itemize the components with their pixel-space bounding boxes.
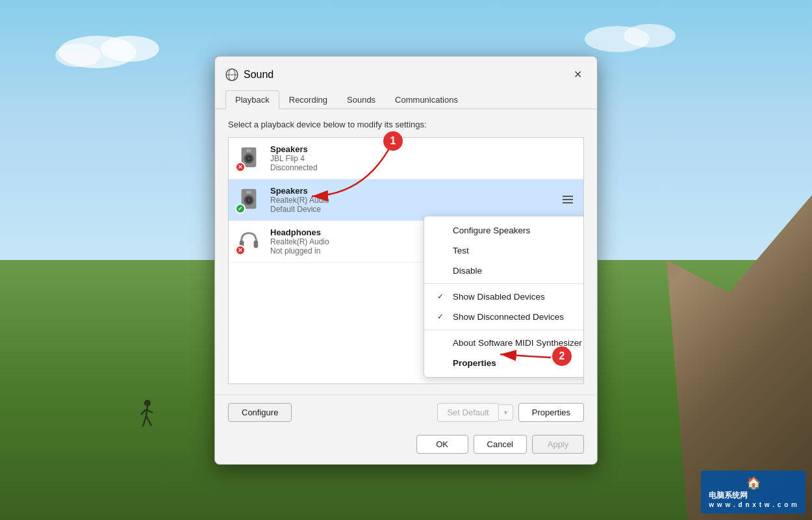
device-subtitle-realtek: Realtek(R) Audio — [270, 196, 552, 205]
close-button[interactable]: ✕ — [568, 66, 587, 84]
dialog-title-text: Sound — [244, 69, 273, 81]
dialog-overlay: Sound ✕ Playback Recording Sounds Commun… — [0, 0, 812, 520]
apply-button[interactable]: Apply — [532, 435, 584, 454]
device-status-jbl: Disconnected — [270, 163, 576, 172]
device-item-jbl[interactable]: ✕ Speakers JBL Flip 4 Disconnected — [229, 138, 583, 179]
set-default-group: Set Default ▾ — [437, 403, 513, 422]
tab-playback[interactable]: Playback — [225, 90, 279, 109]
tab-communications[interactable]: Communications — [385, 90, 468, 109]
configure-button[interactable]: Configure — [228, 403, 292, 422]
device-status-realtek: Default Device — [270, 205, 552, 214]
svg-point-18 — [247, 157, 250, 160]
status-badge-realtek: ✓ — [235, 203, 246, 214]
ok-button[interactable]: OK — [416, 435, 468, 454]
properties-button[interactable]: Properties — [518, 403, 584, 422]
check-show-disabled: ✓ — [437, 292, 448, 301]
check-show-disconnected: ✓ — [437, 312, 448, 321]
tab-recording[interactable]: Recording — [279, 90, 337, 109]
device-icon-wrap-jbl: ✕ — [236, 145, 262, 171]
context-menu-show-disabled[interactable]: ✓ Show Disabled Devices — [424, 287, 584, 307]
instruction-text: Select a playback device below to modify… — [228, 120, 584, 129]
svg-rect-26 — [254, 240, 259, 248]
sound-dialog: Sound ✕ Playback Recording Sounds Commun… — [214, 56, 598, 465]
separator-2 — [424, 330, 584, 330]
dialog-titlebar: Sound ✕ — [215, 57, 597, 84]
step-badge-2: 2 — [552, 346, 572, 366]
context-menu-test[interactable]: Test — [424, 240, 584, 261]
dialog-footer: Configure Set Default ▾ Properties — [215, 395, 597, 430]
device-name-jbl: Speakers — [270, 144, 576, 154]
context-menu-show-disconnected[interactable]: ✓ Show Disconnected Devices — [424, 307, 584, 327]
dialog-body: Select a playback device below to modify… — [215, 109, 597, 395]
separator-1 — [424, 283, 584, 284]
tab-sounds[interactable]: Sounds — [337, 90, 385, 109]
set-default-dropdown[interactable]: ▾ — [498, 404, 513, 421]
device-icon-wrap-realtek: ✓ — [236, 187, 262, 213]
device-name-realtek: Speakers — [270, 186, 552, 196]
tab-bar: Playback Recording Sounds Communications — [215, 86, 597, 109]
cancel-button[interactable]: Cancel — [474, 435, 527, 454]
context-menu-disable[interactable]: Disable — [424, 261, 584, 281]
status-badge-headphones: ✕ — [235, 245, 246, 255]
device-info-realtek: Speakers Realtek(R) Audio Default Device — [270, 186, 552, 214]
svg-rect-19 — [246, 150, 251, 152]
dialog-action-row: OK Cancel Apply — [215, 430, 597, 464]
footer-right: Set Default ▾ Properties — [437, 403, 584, 422]
device-item-realtek[interactable]: ✓ Speakers Realtek(R) Audio Default Devi… — [229, 179, 583, 221]
sound-icon — [225, 68, 238, 81]
device-list: ✕ Speakers JBL Flip 4 Disconnected — [228, 137, 584, 384]
context-menu-trigger[interactable] — [560, 192, 576, 207]
footer-left: Configure — [228, 403, 292, 422]
svg-point-23 — [247, 199, 250, 202]
step-badge-1: 1 — [383, 131, 403, 151]
device-subtitle-jbl: JBL Flip 4 — [270, 154, 576, 163]
dialog-title-area: Sound — [225, 68, 273, 81]
set-default-button[interactable]: Set Default — [437, 403, 498, 422]
device-icon-wrap-headphones: ✕ — [236, 228, 262, 254]
svg-rect-24 — [246, 191, 251, 194]
device-info-jbl: Speakers JBL Flip 4 Disconnected — [270, 144, 576, 172]
status-badge-jbl: ✕ — [235, 162, 246, 172]
context-menu-configure[interactable]: Configure Speakers — [424, 220, 584, 240]
